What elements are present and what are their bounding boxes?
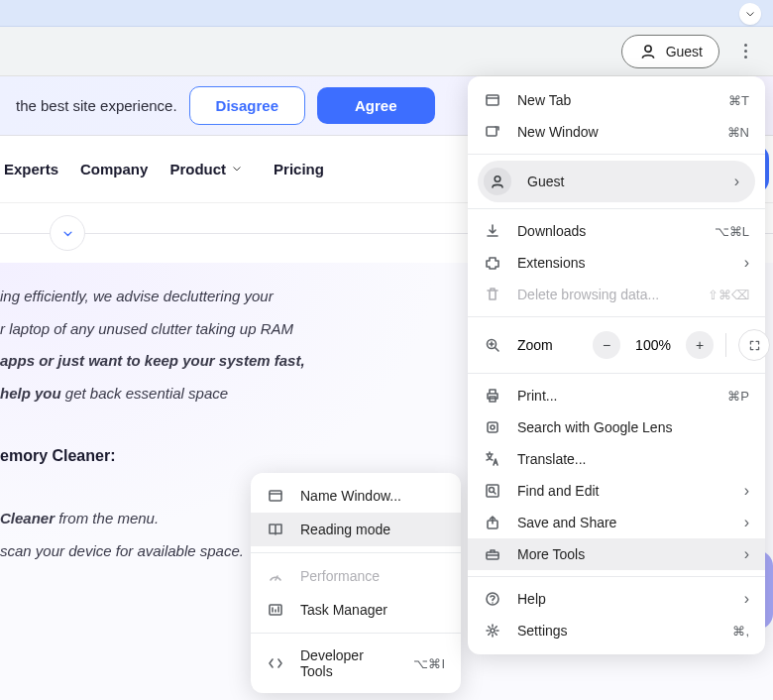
performance-icon (267, 567, 284, 585)
task-manager-icon (267, 601, 284, 619)
menu-delete-browsing-data: Delete browsing data... ⇧⌘⌫ (468, 279, 765, 310)
menu-label: Guest (527, 174, 718, 189)
menu-print[interactable]: Print... ⌘P (468, 380, 765, 411)
expand-button[interactable] (50, 215, 85, 251)
menu-new-window[interactable]: New Window ⌘N (468, 116, 765, 148)
menu-separator (468, 576, 765, 577)
menu-guest-profile[interactable]: Guest › (478, 161, 755, 202)
download-icon (484, 222, 501, 240)
more-options-button[interactable] (727, 34, 763, 69)
zoom-label: Zoom (517, 337, 577, 353)
nav-pricing[interactable]: Pricing (274, 161, 324, 177)
shortcut: ⌘N (727, 125, 749, 140)
menu-label: New Window (517, 124, 712, 140)
guest-avatar-icon (638, 42, 658, 61)
menu-translate[interactable]: Translate... (468, 443, 765, 475)
chevron-right-icon: › (744, 482, 749, 500)
cookie-text: the best site experience. (16, 97, 177, 114)
new-tab-icon (484, 91, 501, 109)
shortcut: ⌘T (728, 93, 749, 108)
menu-separator (251, 633, 461, 634)
browser-toolbar: Guest (0, 27, 773, 76)
svg-rect-13 (270, 491, 281, 501)
zoom-in-button[interactable]: + (686, 331, 714, 359)
menu-separator (468, 208, 765, 209)
svg-point-3 (495, 176, 500, 182)
zoom-out-button[interactable]: − (593, 331, 620, 359)
chevron-right-icon: › (744, 545, 749, 563)
shortcut: ⌥⌘I (413, 656, 445, 671)
shortcut: ⇧⌘⌫ (708, 288, 749, 302)
menu-separator (468, 373, 765, 374)
translate-icon (484, 450, 501, 468)
menu-downloads[interactable]: Downloads ⌥⌘L (468, 215, 765, 247)
divider (725, 333, 726, 357)
guest-label: Guest (666, 44, 703, 59)
menu-separator (468, 316, 765, 317)
settings-icon (484, 622, 501, 640)
svg-rect-2 (487, 127, 497, 136)
menu-new-tab[interactable]: New Tab ⌘T (468, 84, 765, 116)
chevron-right-icon: › (744, 514, 749, 531)
menu-search-lens[interactable]: Search with Google Lens (468, 411, 765, 443)
menu-find-edit[interactable]: Find and Edit › (468, 475, 765, 507)
banner-collapse-button[interactable] (739, 3, 761, 25)
menu-more-tools[interactable]: More Tools › (468, 538, 765, 570)
menu-label: Downloads (517, 223, 699, 239)
disagree-button[interactable]: Disagree (189, 86, 305, 125)
window-icon (267, 487, 284, 505)
menu-zoom-row: Zoom − 100% + (468, 323, 765, 367)
nav-product[interactable]: Product (169, 161, 242, 177)
menu-label: Extensions (517, 255, 728, 271)
shortcut: ⌘P (727, 389, 749, 404)
extensions-icon (484, 254, 501, 272)
new-window-icon (484, 123, 501, 141)
browser-main-menu: New Tab ⌘T New Window ⌘N Guest › Downloa… (468, 76, 765, 654)
zoom-controls: − 100% + (593, 329, 770, 361)
nav-company[interactable]: Company (80, 161, 148, 177)
submenu-performance: Performance (251, 559, 461, 593)
submenu-developer-tools[interactable]: Developer Tools ⌥⌘I (251, 640, 461, 687)
trash-icon (484, 286, 501, 303)
guest-profile-button[interactable]: Guest (621, 35, 719, 68)
menu-extensions[interactable]: Extensions › (468, 247, 765, 279)
svg-point-0 (644, 46, 650, 52)
share-icon (484, 514, 501, 531)
top-banner (0, 0, 773, 27)
menu-settings[interactable]: Settings ⌘, (468, 615, 765, 646)
menu-label: Developer Tools (300, 647, 397, 679)
svg-rect-7 (487, 485, 498, 497)
find-icon (484, 482, 501, 500)
menu-label: More Tools (517, 546, 728, 562)
fullscreen-button[interactable] (738, 329, 770, 361)
guest-avatar-icon (484, 168, 511, 195)
menu-label: Task Manager (300, 602, 445, 618)
menu-save-share[interactable]: Save and Share › (468, 507, 765, 538)
shortcut: ⌥⌘L (715, 224, 749, 239)
menu-label: Help (517, 591, 728, 607)
menu-help[interactable]: Help › (468, 583, 765, 615)
zoom-value: 100% (632, 337, 674, 353)
submenu-reading-mode[interactable]: Reading mode (251, 513, 461, 546)
menu-label: Delete browsing data... (517, 287, 692, 302)
help-icon (484, 590, 501, 608)
submenu-name-window[interactable]: Name Window... (251, 479, 461, 513)
nav-experts[interactable]: Experts (4, 161, 58, 177)
agree-button[interactable]: Agree (317, 87, 435, 124)
menu-label: Performance (300, 568, 445, 584)
submenu-task-manager[interactable]: Task Manager (251, 593, 461, 627)
menu-label: Save and Share (517, 515, 728, 530)
lens-icon (484, 418, 501, 436)
chevron-right-icon: › (744, 254, 749, 272)
nav-product-label: Product (169, 161, 226, 177)
code-icon (267, 654, 284, 672)
menu-label: Search with Google Lens (517, 419, 749, 435)
menu-label: Name Window... (300, 488, 445, 504)
print-icon (484, 387, 501, 405)
menu-separator (468, 154, 765, 155)
kebab-icon (744, 44, 747, 58)
menu-label: New Tab (517, 92, 713, 108)
chevron-right-icon: › (744, 590, 749, 608)
svg-rect-1 (487, 95, 498, 105)
more-tools-submenu: Name Window... Reading mode Performance … (251, 473, 461, 693)
